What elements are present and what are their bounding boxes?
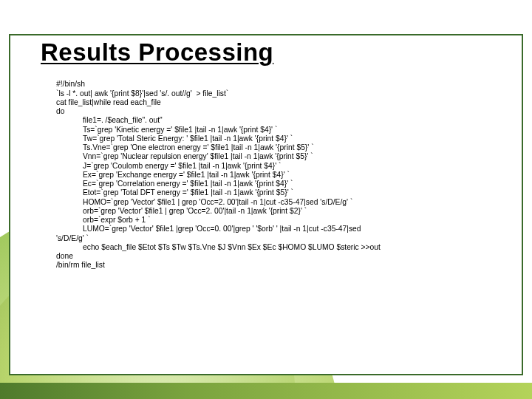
slide: Results Processing #!/bin/sh `ls -l *. o… <box>0 0 532 399</box>
code-line: Tw=`grep 'Total Steric Energy: ' $file1 … <box>56 134 513 143</box>
code-line: J=`grep 'Coulomb energy =' $file1 |tail … <box>56 162 513 171</box>
bottom-gradient-strip <box>0 383 532 399</box>
code-line: /bin/rm file_list <box>56 261 105 269</box>
code-line: 's/D/E/g' ` <box>56 234 89 242</box>
code-line: LUMO=`grep 'Vector' $file1 |grep 'Occ=0.… <box>56 225 513 233</box>
code-line: Ec=`grep 'Correlation energy =' $file1 |… <box>56 180 513 188</box>
code-line: Vnn=`grep 'Nuclear repulsion energy' $fi… <box>56 152 513 161</box>
code-line: HOMO=`grep 'Vector' $file1 | grep 'Occ=2… <box>56 198 513 207</box>
shell-script-block: #!/bin/sh `ls -l *. out| awk '{print $8}… <box>56 71 513 270</box>
code-line: Etot=`grep 'Total DFT energy =' $file1 |… <box>56 188 513 197</box>
code-line: Ts=`grep 'Kinetic energy =' $file1 |tail… <box>56 126 513 134</box>
slide-title: Results Processing <box>41 38 273 66</box>
code-line: file1=. /$each_file". out" <box>56 116 513 125</box>
code-line: `ls -l *. out| awk '{print $8}'|sed 's/.… <box>56 89 228 98</box>
code-line: #!/bin/sh <box>56 80 85 88</box>
code-line: do <box>56 107 64 115</box>
code-line: echo $each_file $Etot $Ts $Tw $Ts.Vne $J… <box>56 243 513 252</box>
code-line: cat file_list|while read each_file <box>56 98 161 106</box>
code-line: Ts.Vne=`grep 'One electron energy =' $fi… <box>56 143 513 152</box>
code-line: Ex=`grep 'Exchange energy =' $file1 |tai… <box>56 171 513 180</box>
code-line: done <box>56 252 73 260</box>
code-line: orb=`grep 'Vector' $file1 | grep 'Occ=2.… <box>56 207 513 216</box>
code-line: orb=`expr $orb + 1 ` <box>56 216 513 225</box>
